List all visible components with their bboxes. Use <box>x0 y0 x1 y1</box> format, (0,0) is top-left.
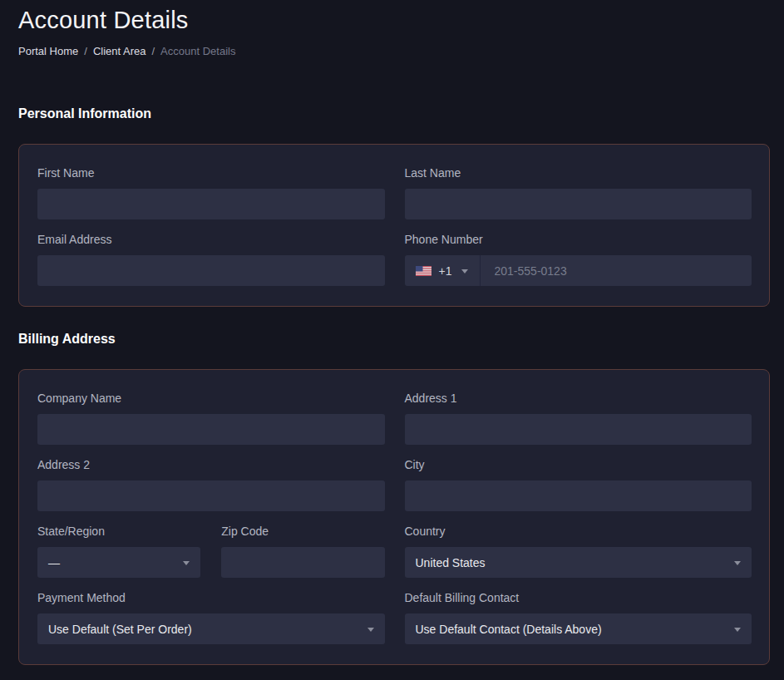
address1-label: Address 1 <box>405 392 752 406</box>
chevron-down-icon <box>461 269 468 273</box>
city-label: City <box>405 458 752 472</box>
company-name-input[interactable] <box>37 414 385 445</box>
state-select[interactable]: — <box>37 547 200 578</box>
address1-field: Address 1 <box>405 392 752 445</box>
payment-method-label: Payment Method <box>37 591 385 605</box>
breadcrumb-client-area[interactable]: Client Area <box>93 45 146 57</box>
phone-number-input[interactable] <box>481 255 752 286</box>
payment-method-select[interactable]: Use Default (Set Per Order) <box>37 613 385 644</box>
breadcrumb-portal-home[interactable]: Portal Home <box>18 45 78 57</box>
payment-method-select-value: Use Default (Set Per Order) <box>48 623 192 636</box>
state-zip-row: State/Region — Zip Code <box>37 525 385 578</box>
zip-label: Zip Code <box>221 525 384 539</box>
phone-country-code-select[interactable]: +1 <box>405 255 481 286</box>
last-name-label: Last Name <box>405 166 752 180</box>
breadcrumb: Portal Home / Client Area / Account Deta… <box>18 45 770 57</box>
country-field: Country United States <box>405 525 752 578</box>
personal-information-heading: Personal Information <box>18 106 770 121</box>
payment-method-field: Payment Method Use Default (Set Per Orde… <box>37 591 385 644</box>
company-name-label: Company Name <box>37 392 385 406</box>
phone-input-group: +1 <box>405 255 752 286</box>
zip-field: Zip Code <box>221 525 384 578</box>
billing-address-card: Company Name Address 1 Address 2 City St… <box>18 369 770 665</box>
first-name-label: First Name <box>37 166 385 180</box>
phone-label: Phone Number <box>405 233 752 247</box>
first-name-field: First Name <box>37 166 385 219</box>
breadcrumb-current: Account Details <box>160 45 235 57</box>
state-label: State/Region <box>37 525 200 539</box>
chevron-down-icon <box>183 561 190 565</box>
address2-input[interactable] <box>37 480 385 511</box>
us-flag-icon <box>416 266 431 276</box>
company-name-field: Company Name <box>37 392 385 445</box>
billing-address-heading: Billing Address <box>18 332 770 347</box>
address1-input[interactable] <box>405 414 752 445</box>
phone-field: Phone Number +1 <box>405 233 752 286</box>
billing-contact-select-value: Use Default Contact (Details Above) <box>416 623 602 636</box>
email-input[interactable] <box>37 255 385 286</box>
chevron-down-icon <box>734 628 741 632</box>
country-select-value: United States <box>416 556 486 569</box>
email-field: Email Address <box>37 233 385 286</box>
zip-input[interactable] <box>221 547 384 578</box>
breadcrumb-separator: / <box>151 45 155 57</box>
breadcrumb-separator: / <box>84 45 87 57</box>
billing-contact-label: Default Billing Contact <box>405 591 752 605</box>
billing-contact-field: Default Billing Contact Use Default Cont… <box>405 591 752 644</box>
chevron-down-icon <box>734 561 741 565</box>
address2-field: Address 2 <box>37 458 385 511</box>
account-details-page: Account Details Portal Home / Client Are… <box>0 0 784 680</box>
country-select[interactable]: United States <box>405 547 752 578</box>
phone-country-code-value: +1 <box>439 264 452 278</box>
personal-information-card: First Name Last Name Email Address Phone… <box>18 144 770 307</box>
state-field: State/Region — <box>37 525 200 578</box>
address2-label: Address 2 <box>37 458 385 472</box>
city-input[interactable] <box>405 480 752 511</box>
first-name-input[interactable] <box>37 189 385 219</box>
last-name-field: Last Name <box>405 166 752 219</box>
last-name-input[interactable] <box>405 189 752 219</box>
chevron-down-icon <box>367 628 374 632</box>
page-title: Account Details <box>18 7 770 34</box>
country-label: Country <box>405 525 752 539</box>
city-field: City <box>405 458 752 511</box>
email-label: Email Address <box>37 233 385 247</box>
billing-contact-select[interactable]: Use Default Contact (Details Above) <box>405 613 752 644</box>
state-select-value: — <box>48 556 60 569</box>
